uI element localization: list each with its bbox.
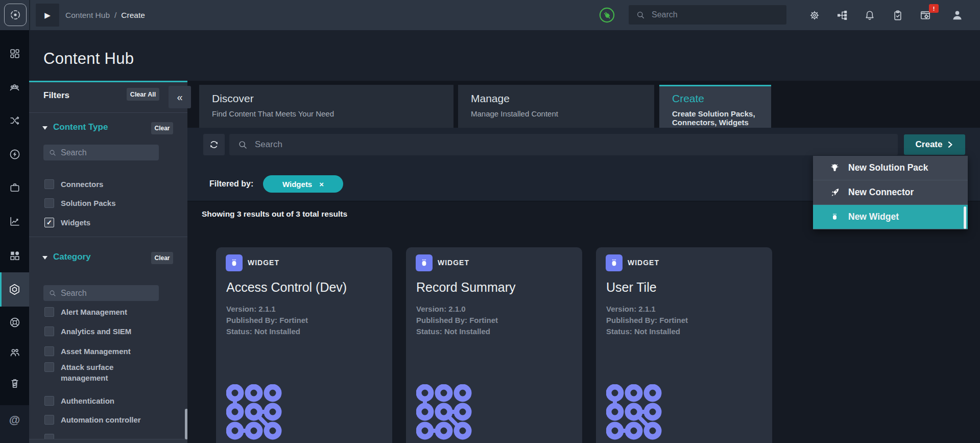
checkbox-automation-controller[interactable]: Automation controller [44, 415, 141, 426]
content-search [229, 134, 898, 155]
nav-widget-library-icon[interactable] [0, 245, 29, 266]
nav-teams-icon[interactable] [0, 77, 29, 98]
menu-item-new-connector[interactable]: New Connector [813, 180, 968, 205]
checkbox[interactable] [44, 198, 54, 208]
widget-icon [416, 254, 433, 271]
widget-card-access-control[interactable]: WIDGET Access Control (Dev) Version: 2.1… [216, 247, 392, 443]
chevron-down-icon[interactable] [42, 256, 47, 260]
breadcrumb: Content Hub / Create [65, 0, 145, 30]
nav-dashboard-icon[interactable] [0, 43, 29, 64]
page-header: Content Hub [29, 30, 980, 81]
checkbox-solution-packs[interactable]: Solution Packs [44, 198, 116, 209]
checkbox-analytics-siem[interactable]: Analytics and SIEM [44, 327, 131, 337]
widget-card-user-tile[interactable]: WIDGET User Tile Version: 2.1.1 Publishe… [596, 247, 772, 443]
nav-content-hub-icon[interactable] [0, 279, 29, 299]
breadcrumb-current: Create [121, 11, 145, 20]
collapse-panel-button[interactable]: « [169, 86, 191, 108]
nav-help-ring-icon[interactable] [0, 312, 29, 333]
clear-section-button[interactable]: Clear [151, 252, 173, 264]
checkbox[interactable] [44, 179, 54, 189]
tab-create[interactable]: Create Create Solution Packs, Connectors… [659, 85, 771, 128]
content-area: Discover Find Content That Meets Your Ne… [187, 81, 980, 443]
chevron-right-icon [947, 141, 953, 148]
checkbox[interactable] [44, 307, 54, 317]
checkbox[interactable] [44, 396, 54, 406]
checkbox[interactable] [44, 415, 54, 425]
lightbulb-icon [828, 162, 841, 173]
menu-item-new-solution-pack[interactable]: New Solution Pack [813, 156, 968, 180]
widget-pattern-decoration [416, 384, 483, 443]
clear-section-button[interactable]: Clear [151, 122, 173, 134]
nav-reports-chart-icon[interactable] [0, 211, 29, 231]
checkbox-connectors[interactable]: Connectors [44, 179, 103, 190]
content-search-input[interactable] [255, 139, 868, 150]
widget-card-record-summary[interactable]: WIDGET Record Summary Version: 2.1.0 Pub… [406, 247, 582, 443]
nav-mention-icon[interactable]: @ [0, 410, 29, 430]
filtered-by-label: Filtered by: [209, 179, 253, 189]
card-publisher: Published By: Fortinet [606, 315, 688, 326]
card-version: Version: 2.1.1 [226, 304, 308, 315]
results-area: Showing 3 results out of 3 total results… [187, 201, 980, 443]
card-status: Status: Not Installed [416, 326, 498, 337]
nav-shuffle-icon[interactable] [0, 110, 29, 131]
nav-automation-bolt-icon[interactable] [0, 144, 29, 165]
checkbox-authentication[interactable]: Authentication [44, 396, 114, 407]
breadcrumb-parent[interactable]: Content Hub [65, 11, 110, 20]
panel-section-edge [29, 439, 187, 443]
tasks-clipboard-icon[interactable] [887, 0, 909, 30]
checkbox[interactable] [44, 362, 54, 372]
system-health-icon[interactable]: ! [914, 0, 937, 30]
section-category: Category Clear [29, 244, 187, 272]
notifications-bell-icon[interactable] [858, 0, 881, 30]
page-title: Content Hub [43, 50, 134, 68]
create-button[interactable]: Create [904, 134, 965, 155]
section-label[interactable]: Content Type [53, 122, 108, 132]
connected-plug-icon[interactable] [599, 7, 615, 24]
section-label[interactable]: Category [53, 252, 91, 262]
refresh-button[interactable] [203, 134, 225, 155]
checkbox[interactable] [44, 346, 54, 356]
global-search-input[interactable] [652, 10, 769, 19]
card-status: Status: Not Installed [226, 326, 308, 337]
content-type-search [43, 145, 159, 160]
filter-chip-widgets[interactable]: Widgets × [263, 175, 343, 193]
left-nav-sidebar: @ [0, 30, 29, 443]
card-version: Version: 2.1.0 [416, 304, 498, 315]
scrollbar-thumb[interactable] [964, 206, 966, 229]
card-status: Status: Not Installed [606, 326, 688, 337]
expand-play-button[interactable]: ▶ [36, 4, 59, 27]
checkbox-asset-management[interactable]: Asset Management [44, 346, 131, 357]
results-summary: Showing 3 results out of 3 total results [202, 209, 347, 219]
chevron-down-icon[interactable] [42, 126, 47, 130]
global-search [629, 5, 786, 25]
hierarchy-sitemap-icon[interactable] [831, 0, 853, 30]
section-content-type: Content Type Clear [29, 114, 187, 143]
settings-gear-icon[interactable] [803, 0, 826, 30]
nav-briefcase-icon[interactable] [0, 177, 29, 198]
alert-badge: ! [929, 4, 939, 13]
play-icon: ▶ [44, 11, 51, 20]
checkbox-widgets[interactable]: ✓ Widgets [44, 218, 90, 228]
user-avatar-icon[interactable] [946, 0, 968, 30]
search-icon [237, 139, 248, 150]
tab-manage[interactable]: Manage Manage Installed Content [458, 85, 654, 128]
checkbox[interactable] [44, 327, 54, 336]
nav-recycle-bin-icon[interactable] [0, 373, 29, 393]
content-type-search-input[interactable] [61, 148, 150, 157]
category-search-input[interactable] [61, 289, 150, 298]
checkbox-attack-surface[interactable]: Attack surface management [44, 362, 150, 384]
checkbox-checked[interactable]: ✓ [44, 218, 54, 227]
fortisoar-logo-icon[interactable] [4, 4, 27, 26]
checkbox-alert-management[interactable]: Alert Management [44, 307, 127, 318]
card-version: Version: 2.1.1 [606, 304, 688, 315]
remove-filter-icon[interactable]: × [319, 180, 324, 189]
tab-strip: Discover Find Content That Meets Your Ne… [187, 81, 980, 128]
clear-all-button[interactable]: Clear All [127, 88, 159, 101]
tab-discover[interactable]: Discover Find Content That Meets Your Ne… [199, 85, 453, 128]
widget-pattern-decoration [226, 384, 293, 443]
at-icon: @ [9, 413, 20, 427]
card-publisher: Published By: Fortinet [416, 315, 498, 326]
widget-icon [606, 254, 623, 271]
nav-users-icon[interactable] [0, 342, 29, 363]
menu-item-new-widget[interactable]: New Widget [813, 205, 968, 229]
